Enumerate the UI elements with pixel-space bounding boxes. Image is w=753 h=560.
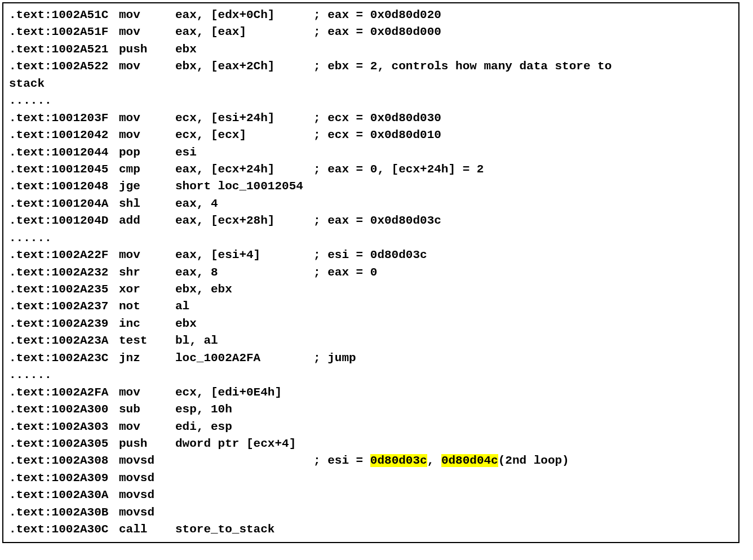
asm-line: .text:1002A22Fmoveax, [esi+4]; esi = 0d8… <box>9 247 733 264</box>
asm-line: .text:1002A51Cmoveax, [edx+0Ch]; eax = 0… <box>9 7 733 24</box>
asm-line: .text:10012042movecx, [ecx]; ecx = 0x0d8… <box>9 127 733 144</box>
mnemonic: mov <box>119 24 175 41</box>
comment-wrap: stack <box>9 75 733 92</box>
mnemonic: call <box>119 521 175 538</box>
mnemonic: sub <box>119 401 175 418</box>
operands: ebx <box>175 315 313 332</box>
operands: esp, 10h <box>175 401 313 418</box>
asm-line: .text:1002A300subesp, 10h <box>9 401 733 418</box>
comment-post: (2nd loop) <box>498 454 569 467</box>
address: .text:1001204A <box>9 195 119 212</box>
comment-mid: , <box>427 454 441 467</box>
operands: eax, [eax] <box>175 24 313 41</box>
address: .text:1002A305 <box>9 435 119 452</box>
asm-line: .text:1002A237notal <box>9 298 733 315</box>
mnemonic: cmp <box>119 161 175 178</box>
address: .text:1002A300 <box>9 401 119 418</box>
operands: eax, 4 <box>175 195 313 212</box>
comment: ; eax = 0x0d80d020 <box>313 8 441 21</box>
operands: eax, [esi+4] <box>175 247 313 264</box>
mnemonic: add <box>119 212 175 229</box>
asm-line: .text:10012045cmpeax, [ecx+24h]; eax = 0… <box>9 161 733 178</box>
mnemonic: mov <box>119 110 175 127</box>
address: .text:1001204D <box>9 212 119 229</box>
operands: store_to_stack <box>175 521 313 538</box>
mnemonic: xor <box>119 281 175 298</box>
address: .text:1002A30A <box>9 487 119 504</box>
address: .text:1002A237 <box>9 298 119 315</box>
address: .text:1002A309 <box>9 470 119 487</box>
mnemonic: shl <box>119 195 175 212</box>
asm-line: .text:1002A521pushebx <box>9 41 733 58</box>
comment: ; ecx = 0x0d80d010 <box>313 128 441 141</box>
mnemonic: mov <box>119 247 175 264</box>
operands: ecx, [ecx] <box>175 127 313 144</box>
address: .text:1002A22F <box>9 247 119 264</box>
mnemonic: mov <box>119 127 175 144</box>
address: .text:1002A232 <box>9 264 119 281</box>
mnemonic: pop <box>119 144 175 161</box>
comment: ; esi = 0d80d03c <box>313 248 427 261</box>
address: .text:1002A2FA <box>9 384 119 401</box>
address: .text:1002A235 <box>9 281 119 298</box>
address: .text:10012044 <box>9 144 119 161</box>
address: .text:1002A30B <box>9 504 119 521</box>
asm-line: .text:1002A305pushdword ptr [ecx+4] <box>9 435 733 452</box>
mnemonic: mov <box>119 58 175 75</box>
mnemonic: jge <box>119 178 175 195</box>
asm-line: .text:1002A30Bmovsd <box>9 504 733 521</box>
address: .text:1002A303 <box>9 419 119 435</box>
asm-line: .text:1002A303movedi, esp <box>9 419 733 435</box>
address: .text:1002A51C <box>9 7 119 24</box>
asm-line: .text:1002A23Cjnzloc_1002A2FA; jump <box>9 350 733 367</box>
operands: short loc_10012054 <box>175 178 313 195</box>
address: .text:10012042 <box>9 127 119 144</box>
asm-line: .text:1001204Ashleax, 4 <box>9 195 733 212</box>
address: .text:1002A521 <box>9 41 119 58</box>
operands: bl, al <box>175 332 313 349</box>
operands: edi, esp <box>175 419 313 435</box>
address: .text:1002A51F <box>9 24 119 41</box>
mnemonic: shr <box>119 264 175 281</box>
asm-line: .text:1002A2FAmovecx, [edi+0E4h] <box>9 384 733 401</box>
address: .text:1001203F <box>9 110 119 127</box>
mnemonic: mov <box>119 384 175 401</box>
asm-line: .text:1001203Fmovecx, [esi+24h]; ecx = 0… <box>9 110 733 127</box>
mnemonic: movsd <box>119 504 175 521</box>
ellipsis-line: ...... <box>9 92 733 109</box>
disassembly-listing: .text:1002A51Cmoveax, [edx+0Ch]; eax = 0… <box>9 7 733 539</box>
address: .text:1002A23C <box>9 350 119 367</box>
operands: ebx, [eax+2Ch] <box>175 58 313 75</box>
asm-line: .text:1002A308movsd; esi = 0d80d03c, 0d8… <box>9 452 733 469</box>
operands: eax, [edx+0Ch] <box>175 7 313 24</box>
address: .text:1002A239 <box>9 315 119 332</box>
operands: eax, [ecx+24h] <box>175 161 313 178</box>
mnemonic: not <box>119 298 175 315</box>
operands: al <box>175 298 313 315</box>
mnemonic: movsd <box>119 452 175 469</box>
operands: eax, [ecx+28h] <box>175 212 313 229</box>
asm-line: .text:1002A235xorebx, ebx <box>9 281 733 298</box>
address: .text:1002A308 <box>9 452 119 469</box>
disassembly-frame: .text:1002A51Cmoveax, [edx+0Ch]; eax = 0… <box>2 2 739 543</box>
operands: eax, 8 <box>175 264 313 281</box>
address: .text:10012045 <box>9 161 119 178</box>
asm-line: .text:10012048jgeshort loc_10012054 <box>9 178 733 195</box>
address: .text:1002A522 <box>9 58 119 75</box>
highlight-2: 0d80d04c <box>441 454 498 467</box>
operands: dword ptr [ecx+4] <box>175 435 313 452</box>
asm-line: .text:1002A30Amovsd <box>9 487 733 504</box>
address: .text:1002A30C <box>9 521 119 538</box>
asm-line: .text:1001204Daddeax, [ecx+28h]; eax = 0… <box>9 212 733 229</box>
ellipsis-line: ...... <box>9 230 733 247</box>
operands: esi <box>175 144 313 161</box>
asm-line: .text:1002A522movebx, [eax+2Ch]; ebx = 2… <box>9 58 733 75</box>
mnemonic: push <box>119 41 175 58</box>
mnemonic: mov <box>119 7 175 24</box>
asm-line: .text:1002A30Ccallstore_to_stack <box>9 521 733 538</box>
mnemonic: push <box>119 435 175 452</box>
comment: ; eax = 0x0d80d000 <box>313 25 441 38</box>
mnemonic: movsd <box>119 470 175 487</box>
comment: ; eax = 0, [ecx+24h] = 2 <box>313 163 484 176</box>
comment: ; eax = 0 <box>313 266 377 279</box>
